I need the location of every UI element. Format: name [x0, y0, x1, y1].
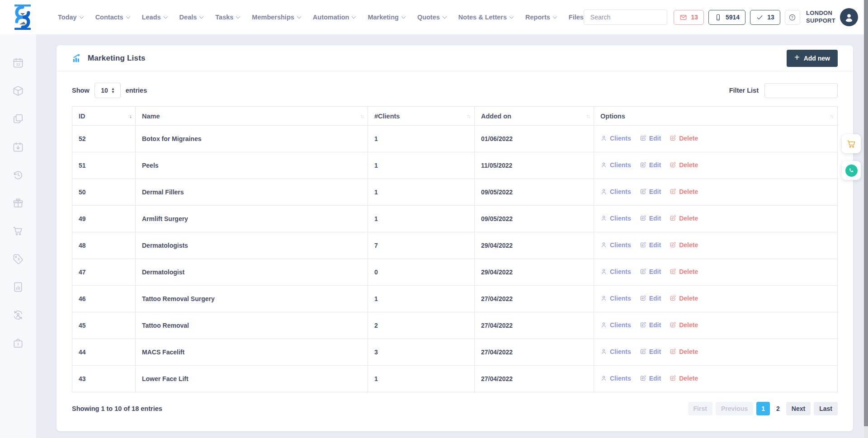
pagination-last[interactable]: Last [814, 402, 838, 415]
nav-item-deals[interactable]: Deals [179, 14, 203, 21]
nav-item-contacts[interactable]: Contacts [95, 14, 130, 21]
mobile-icon [714, 14, 722, 21]
badge-calls[interactable]: 5914 [708, 10, 745, 25]
nav-item-memberships[interactable]: Memberships [252, 14, 300, 21]
edit-link[interactable]: Edit [640, 321, 661, 329]
badge-messages[interactable]: 13 [674, 10, 704, 25]
cell-options: ClientsEditDelete [594, 126, 838, 152]
marketing-lists-card: Marketing Lists + Add new Show 10 ▴▾ ent… [57, 45, 853, 431]
delete-link[interactable]: Delete [670, 268, 698, 275]
nav-item-label: Marketing [368, 14, 399, 21]
help-button[interactable]: ? [785, 10, 800, 25]
table-row: 47Dermatologist029/04/2022ClientsEditDel… [72, 259, 838, 286]
delete-link[interactable]: Delete [670, 188, 698, 195]
sidebar-item-briefcase-lock[interactable] [12, 337, 24, 349]
delete-link[interactable]: Delete [670, 348, 698, 355]
delete-link[interactable]: Delete [670, 161, 698, 169]
sidebar-item-copy[interactable] [12, 113, 24, 125]
nav-item-automation[interactable]: Automation [313, 14, 356, 21]
app-logo-icon[interactable] [13, 4, 33, 31]
clients-link[interactable]: Clients [600, 241, 631, 249]
account-label: LONDON SUPPORT [806, 9, 835, 25]
add-new-button[interactable]: + Add new [787, 50, 838, 67]
edit-link[interactable]: Edit [640, 161, 661, 169]
clients-link[interactable]: Clients [600, 215, 631, 222]
delete-link[interactable]: Delete [670, 135, 698, 142]
cell-id: 49 [72, 206, 136, 232]
pagination-next[interactable]: Next [786, 402, 811, 415]
column-header-added-on[interactable]: Added on↑↓ [475, 107, 594, 126]
nav-item-leads[interactable]: Leads [142, 14, 167, 21]
edit-link[interactable]: Edit [640, 348, 661, 355]
badge-count: 13 [767, 14, 774, 21]
search-input[interactable] [584, 14, 668, 21]
floating-phone-button[interactable] [842, 161, 861, 180]
edit-icon [670, 241, 676, 248]
nav-item-marketing[interactable]: Marketing [368, 14, 405, 21]
sidebar-item-report[interactable] [12, 281, 24, 293]
nav-item-notes-letters[interactable]: Notes & Letters [458, 14, 513, 21]
column-header-options[interactable]: Options↑↓ [594, 107, 838, 126]
sidebar-item-package[interactable] [12, 85, 24, 97]
cell-options: ClientsEditDelete [594, 339, 838, 366]
delete-link[interactable]: Delete [670, 375, 698, 382]
badge-tasks[interactable]: 13 [750, 10, 780, 25]
page-size-select[interactable]: 10 ▴▾ [94, 83, 121, 98]
sidebar-item-user-sync[interactable] [12, 309, 24, 321]
nav-item-files[interactable]: Files [569, 14, 584, 21]
envelope-icon [679, 14, 687, 21]
pagination-page-2[interactable]: 2 [773, 402, 783, 415]
edit-link[interactable]: Edit [640, 375, 661, 382]
page-scrollbar[interactable] [864, 0, 868, 438]
pagination-first[interactable]: First [688, 402, 712, 415]
delete-link[interactable]: Delete [670, 215, 698, 222]
column-header-id[interactable]: ID↑↓ [72, 107, 136, 126]
filter-input[interactable] [764, 83, 838, 98]
table-row: 44MACS Facelift327/04/2022ClientsEditDel… [72, 339, 838, 366]
nav-item-quotes[interactable]: Quotes [417, 14, 446, 21]
sidebar-item-gift[interactable] [12, 197, 24, 209]
edit-icon [670, 161, 676, 168]
column-header-name[interactable]: Name↑↓ [136, 107, 368, 126]
edit-link[interactable]: Edit [640, 188, 661, 195]
edit-link[interactable]: Edit [640, 215, 661, 222]
clients-link[interactable]: Clients [600, 348, 631, 355]
delete-link[interactable]: Delete [670, 295, 698, 302]
sort-icon: ↑↓ [830, 113, 834, 119]
column-header-clients[interactable]: #Clients↑↓ [368, 107, 475, 126]
delete-link[interactable]: Delete [670, 241, 698, 249]
nav-item-label: Files [569, 14, 584, 21]
nav-item-tasks[interactable]: Tasks [215, 14, 240, 21]
sidebar-item-cart[interactable] [12, 225, 24, 237]
cell-id: 46 [72, 286, 136, 312]
sidebar-item-calendar-12[interactable]: 12 [12, 57, 24, 69]
clients-link[interactable]: Clients [600, 295, 631, 302]
sort-icon: ↑↓ [586, 113, 590, 119]
nav-item-reports[interactable]: Reports [525, 14, 557, 21]
delete-link[interactable]: Delete [670, 321, 698, 329]
sidebar-item-price-tag[interactable]: $ [12, 253, 24, 265]
clients-link[interactable]: Clients [600, 375, 631, 382]
nav-item-today[interactable]: Today [58, 14, 83, 21]
cell-id: 45 [72, 312, 136, 339]
table-controls: Show 10 ▴▾ entries Filter List [57, 71, 853, 106]
edit-link[interactable]: Edit [640, 295, 661, 302]
sidebar-item-history[interactable] [12, 169, 24, 181]
clients-link[interactable]: Clients [600, 135, 631, 142]
person-icon [600, 188, 607, 195]
edit-link[interactable]: Edit [640, 268, 661, 275]
clients-link[interactable]: Clients [600, 188, 631, 195]
floating-cart-button[interactable] [842, 134, 861, 153]
clients-link[interactable]: Clients [600, 161, 631, 169]
avatar[interactable] [840, 8, 858, 26]
clients-link[interactable]: Clients [600, 268, 631, 275]
pagination-page-1[interactable]: 1 [756, 402, 770, 415]
clients-link[interactable]: Clients [600, 321, 631, 329]
edit-link[interactable]: Edit [640, 241, 661, 249]
sidebar-item-calendar-download[interactable] [12, 141, 24, 153]
edit-link[interactable]: Edit [640, 135, 661, 142]
cell-clients: 1 [368, 366, 475, 392]
pagination-previous[interactable]: Previous [716, 402, 753, 415]
person-icon [600, 295, 607, 301]
copy-icon [12, 113, 24, 125]
